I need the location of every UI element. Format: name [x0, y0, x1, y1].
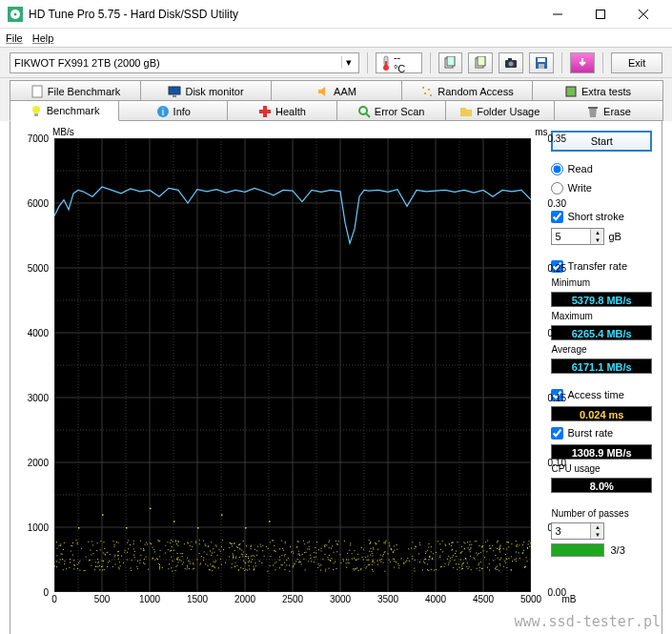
svg-rect-737: [479, 570, 480, 571]
svg-rect-494: [334, 552, 335, 553]
svg-rect-404: [195, 542, 196, 543]
svg-rect-680: [309, 549, 310, 550]
svg-rect-340: [221, 564, 222, 565]
svg-rect-436: [279, 557, 280, 558]
svg-rect-691: [279, 567, 280, 568]
svg-rect-521: [499, 549, 500, 550]
svg-rect-123: [205, 544, 206, 545]
svg-rect-232: [371, 548, 372, 549]
tab-benchmark[interactable]: Benchmark: [10, 100, 119, 121]
svg-rect-551: [169, 563, 170, 564]
svg-rect-859: [144, 559, 145, 560]
svg-rect-74: [433, 553, 434, 554]
svg-rect-246: [295, 563, 295, 564]
svg-rect-299: [389, 560, 390, 561]
svg-rect-702: [282, 548, 283, 549]
random-icon: [420, 85, 434, 98]
svg-rect-243: [499, 559, 500, 560]
svg-rect-334: [495, 555, 496, 556]
svg-rect-796: [133, 555, 134, 556]
tab-error-scan[interactable]: Error Scan: [336, 100, 446, 121]
short-stroke-input[interactable]: 5▲▼: [551, 228, 604, 245]
svg-rect-750: [236, 546, 237, 547]
svg-rect-377: [56, 548, 57, 549]
svg-rect-865: [118, 567, 119, 568]
separator: [367, 52, 368, 73]
close-button[interactable]: [621, 1, 664, 28]
menu-file[interactable]: File: [6, 32, 23, 44]
svg-rect-79: [479, 545, 479, 546]
svg-rect-457: [516, 552, 517, 553]
svg-rect-739: [303, 559, 304, 560]
save-button[interactable]: [529, 52, 554, 73]
maximize-button[interactable]: [579, 1, 621, 28]
svg-rect-27: [566, 87, 576, 96]
svg-rect-293: [440, 566, 441, 567]
exit-button[interactable]: Exit: [611, 52, 662, 73]
svg-rect-446: [215, 561, 216, 562]
drive-select[interactable]: FIKWOT FX991 2TB (2000 gB) ▾: [10, 52, 359, 73]
svg-rect-668: [63, 549, 64, 550]
tab-erase[interactable]: Erase: [554, 100, 663, 121]
svg-rect-189: [439, 555, 440, 556]
svg-rect-277: [207, 554, 208, 555]
svg-rect-276: [77, 542, 78, 543]
svg-rect-399: [159, 568, 160, 569]
svg-rect-816: [63, 569, 64, 570]
svg-rect-308: [248, 558, 249, 559]
svg-rect-516: [85, 570, 86, 571]
tab-health[interactable]: Health: [227, 100, 336, 121]
tab-folder-usage[interactable]: Folder Usage: [445, 100, 555, 121]
svg-rect-517: [321, 548, 322, 549]
svg-rect-620: [328, 542, 329, 542]
svg-rect-151: [445, 544, 446, 545]
svg-rect-800: [460, 553, 461, 554]
svg-rect-311: [221, 546, 222, 547]
svg-rect-301: [389, 544, 390, 545]
svg-rect-460: [139, 562, 140, 563]
svg-rect-743: [391, 549, 392, 550]
svg-rect-595: [478, 554, 479, 555]
passes-input[interactable]: 3▲▼: [551, 522, 604, 540]
svg-rect-444: [358, 559, 359, 560]
svg-rect-110: [247, 569, 248, 570]
svg-rect-686: [469, 566, 470, 567]
tab-disk-monitor[interactable]: Disk monitor: [140, 80, 272, 101]
svg-rect-248: [97, 562, 98, 563]
svg-rect-119: [362, 557, 363, 558]
copy-info-button[interactable]: [438, 52, 463, 73]
svg-rect-182: [199, 540, 200, 541]
tab-extra-tests[interactable]: Extra tests: [532, 80, 663, 101]
svg-point-24: [428, 89, 430, 91]
minimize-button[interactable]: [536, 1, 579, 28]
svg-rect-115: [516, 545, 517, 546]
svg-rect-880: [245, 527, 247, 529]
svg-rect-681: [102, 561, 103, 562]
svg-rect-152: [354, 558, 355, 559]
svg-rect-671: [373, 560, 374, 561]
svg-rect-844: [407, 558, 408, 559]
svg-rect-136: [255, 565, 256, 566]
tab-file-benchmark[interactable]: File Benchmark: [10, 80, 141, 101]
menu-help[interactable]: Help: [32, 32, 54, 44]
screenshot-button[interactable]: [499, 52, 523, 73]
svg-rect-696: [451, 550, 452, 551]
svg-rect-753: [292, 551, 293, 552]
svg-rect-601: [476, 553, 477, 554]
tab-random-access[interactable]: Random Access: [401, 80, 533, 101]
tab-aam[interactable]: AAM: [271, 80, 402, 101]
svg-rect-600: [330, 561, 331, 562]
svg-rect-499: [403, 563, 404, 564]
svg-rect-547: [496, 566, 497, 567]
svg-rect-734: [429, 557, 430, 558]
copy-screenshot-button[interactable]: [468, 52, 493, 73]
svg-rect-285: [425, 553, 426, 554]
tab-container: File Benchmark Disk monitor AAM Random A…: [0, 78, 672, 121]
tab-info[interactable]: iInfo: [118, 100, 228, 121]
svg-rect-331: [465, 559, 466, 560]
options-button[interactable]: [570, 52, 595, 73]
svg-rect-211: [255, 549, 255, 550]
svg-rect-236: [470, 556, 471, 557]
svg-rect-818: [495, 568, 496, 569]
svg-rect-827: [279, 560, 280, 561]
